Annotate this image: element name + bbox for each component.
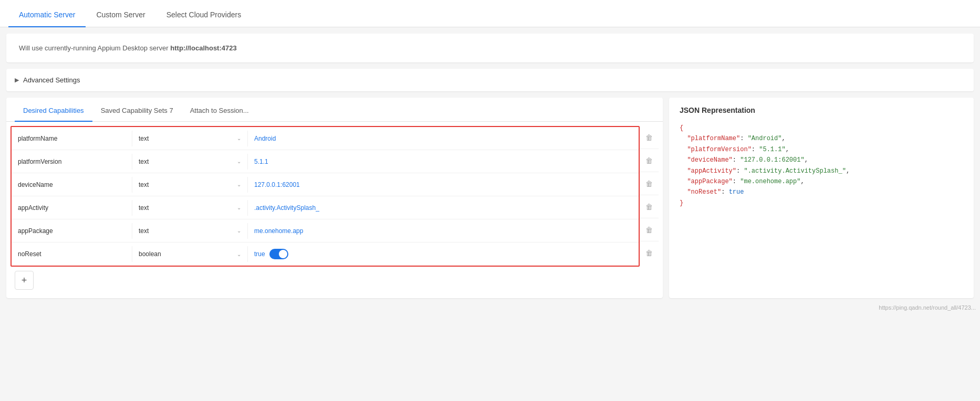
toggle-label-noReset: true: [254, 250, 265, 258]
delete-btn-noReset[interactable]: 🗑: [640, 241, 659, 265]
cap-value-noReset: true: [248, 245, 639, 263]
cap-type-appActivity[interactable]: text ⌄: [132, 200, 248, 216]
chevron-down-icon: ⌄: [237, 159, 241, 164]
delete-btn-appPackage[interactable]: 🗑: [640, 218, 659, 241]
delete-btn-deviceName[interactable]: 🗑: [640, 172, 659, 195]
delete-buttons-col: 🗑 🗑 🗑 🗑 🗑 🗑: [640, 126, 659, 265]
json-title: JSON Representation: [680, 106, 963, 114]
tab-saved-capability-sets[interactable]: Saved Capability Sets 7: [92, 100, 182, 122]
tab-attach-to-session[interactable]: Attach to Session...: [182, 100, 257, 122]
cap-type-deviceName[interactable]: text ⌄: [132, 177, 248, 193]
cap-input-appPackage[interactable]: [254, 227, 632, 235]
cap-type-noReset[interactable]: boolean ⌄: [132, 246, 248, 262]
chevron-down-icon: ⌄: [237, 205, 241, 210]
cap-type-platformVersion[interactable]: text ⌄: [132, 154, 248, 170]
advanced-settings-label: Advanced Settings: [23, 76, 80, 84]
info-banner-text: Will use currently-running Appium Deskto…: [19, 44, 170, 52]
cap-name-platformVersion: platformVersion: [12, 154, 132, 170]
advanced-settings-panel: ▶ Advanced Settings: [6, 69, 974, 91]
cap-type-value-appPackage: text: [139, 227, 149, 235]
chevron-down-icon: ⌄: [237, 228, 241, 234]
table-row: platformVersion text ⌄: [12, 150, 639, 173]
info-banner: Will use currently-running Appium Deskto…: [6, 34, 974, 62]
tab-cloud-providers[interactable]: Select Cloud Providers: [156, 3, 252, 27]
capability-tab-bar: Desired Capabilities Saved Capability Se…: [6, 98, 663, 122]
chevron-down-icon: ⌄: [237, 182, 241, 187]
toggle-switch-noReset[interactable]: [269, 249, 288, 259]
cap-input-platformName[interactable]: [254, 135, 632, 142]
cap-type-value-appActivity: text: [139, 204, 149, 212]
cap-value-deviceName: [248, 176, 639, 193]
add-capability-button[interactable]: +: [15, 271, 34, 290]
main-content: Desired Capabilities Saved Capability Se…: [6, 98, 974, 298]
chevron-right-icon: ▶: [15, 77, 19, 83]
footer-url: https://ping.qadn.net/round_all/4723...: [879, 304, 976, 311]
cap-value-platformVersion: [248, 153, 639, 170]
capabilities-table: platformName text ⌄ platfo: [11, 126, 640, 267]
table-row: appPackage text ⌄: [12, 219, 639, 242]
tab-custom-server[interactable]: Custom Server: [86, 3, 155, 27]
advanced-settings-toggle[interactable]: ▶ Advanced Settings: [6, 69, 974, 91]
cap-type-value-platformName: text: [139, 135, 149, 142]
cap-value-appActivity: [248, 199, 639, 216]
json-content: { "platformName": "Android", "platformVe…: [680, 123, 963, 208]
cap-type-value-platformVersion: text: [139, 158, 149, 165]
table-row: appActivity text ⌄: [12, 196, 639, 219]
cap-input-platformVersion[interactable]: [254, 158, 632, 165]
delete-btn-appActivity[interactable]: 🗑: [640, 195, 659, 218]
cap-value-platformName: [248, 130, 639, 146]
table-row: platformName text ⌄: [12, 127, 639, 150]
cap-name-platformName: platformName: [12, 131, 132, 146]
chevron-down-icon: ⌄: [237, 135, 241, 141]
cap-name-appActivity: appActivity: [12, 200, 132, 216]
table-row: deviceName text ⌄: [12, 173, 639, 196]
cap-type-appPackage[interactable]: text ⌄: [132, 223, 248, 239]
json-representation-panel: JSON Representation { "platformName": "A…: [669, 98, 974, 298]
cap-name-appPackage: appPackage: [12, 223, 132, 239]
cap-name-deviceName: deviceName: [12, 177, 132, 193]
tab-desired-capabilities[interactable]: Desired Capabilities: [15, 100, 92, 122]
delete-btn-platformName[interactable]: 🗑: [640, 126, 659, 149]
delete-btn-platformVersion[interactable]: 🗑: [640, 149, 659, 172]
chevron-down-icon: ⌄: [237, 251, 241, 257]
cap-value-appPackage: [248, 223, 639, 239]
footer: https://ping.qadn.net/round_all/4723...: [0, 302, 980, 313]
info-banner-url: http://localhost:4723: [170, 44, 236, 52]
cap-type-platformName[interactable]: text ⌄: [132, 131, 248, 146]
cap-type-value-noReset: boolean: [139, 250, 161, 258]
tab-automatic-server[interactable]: Automatic Server: [8, 3, 86, 27]
cap-type-value-deviceName: text: [139, 181, 149, 188]
table-row: noReset boolean ⌄ true: [12, 242, 639, 266]
left-panel: Desired Capabilities Saved Capability Se…: [6, 98, 663, 298]
cap-name-noReset: noReset: [12, 246, 132, 262]
cap-input-deviceName[interactable]: [254, 181, 632, 188]
top-tab-bar: Automatic Server Custom Server Select Cl…: [0, 0, 980, 27]
cap-input-appActivity[interactable]: [254, 204, 632, 212]
